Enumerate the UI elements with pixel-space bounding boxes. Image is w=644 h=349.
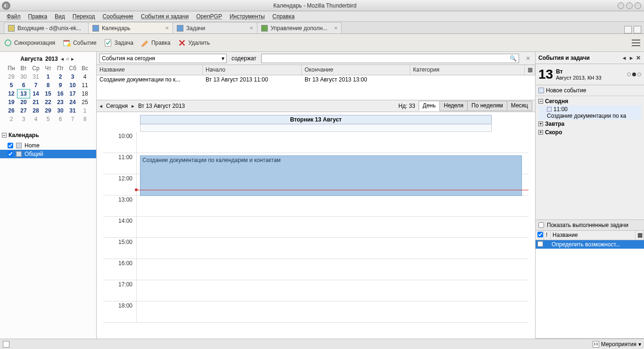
minimize-button[interactable] (618, 2, 624, 9)
minical-day[interactable]: 12 (5, 89, 17, 98)
view-tab[interactable]: Неделя (439, 101, 468, 111)
minical-day[interactable]: 7 (30, 81, 42, 89)
new-event-button[interactable]: Событие (63, 39, 97, 47)
rp-prev-icon[interactable]: ◂ (621, 55, 627, 61)
event-row[interactable]: Создание документации по к...Вт 13 Авгус… (97, 75, 535, 86)
minical-day[interactable]: 9 (54, 81, 66, 89)
minical-day[interactable]: 2 (54, 73, 66, 81)
minical-day[interactable]: 26 (5, 106, 17, 115)
columns-config-icon[interactable]: ▦ (525, 65, 535, 75)
rp-close-icon[interactable]: ✕ (636, 55, 641, 61)
calendar-checkbox[interactable] (8, 151, 13, 157)
hour-cell[interactable] (136, 132, 528, 153)
new-event-row[interactable]: Новое событие (536, 85, 644, 96)
search-icon[interactable]: 🔍 (508, 55, 519, 62)
tab[interactable]: Управление дополн...× (257, 22, 342, 33)
today-button[interactable]: Сегодня (106, 103, 128, 109)
menu-item[interactable]: Вид (55, 13, 65, 20)
minical-day[interactable]: 25 (79, 98, 91, 106)
minical-day[interactable]: 14 (30, 89, 42, 98)
minical-day[interactable]: 13 (17, 89, 30, 98)
calendar-list-item[interactable]: Общий (0, 150, 96, 158)
calendar-pane-icon[interactable] (624, 26, 632, 33)
minical-day[interactable]: 8 (79, 115, 91, 123)
view-tab[interactable]: День (419, 101, 440, 111)
chevron-down-icon[interactable]: ▾ (638, 341, 641, 348)
minical-day[interactable]: 31 (30, 73, 42, 81)
minical-day[interactable]: 1 (79, 106, 91, 115)
menu-item[interactable]: Файл (7, 13, 21, 20)
close-button[interactable] (635, 2, 641, 9)
menu-item[interactable]: Справка (272, 13, 295, 20)
tab[interactable]: Входящие - d@unix-ek... (4, 22, 89, 33)
maximize-button[interactable] (626, 2, 633, 9)
menu-item[interactable]: Сообщение (102, 13, 133, 20)
minical-day[interactable]: 8 (42, 81, 54, 89)
minical-day[interactable]: 22 (42, 98, 54, 106)
tab-close-icon[interactable]: × (334, 24, 338, 32)
minical-day[interactable]: 28 (30, 106, 42, 115)
mini-calendar[interactable]: ПнВтСрЧтПтСбВс 2930311234567891011121314… (5, 64, 91, 123)
minical-day[interactable]: 5 (42, 115, 54, 123)
task-row[interactable]: Определить возможност... (536, 240, 644, 249)
minical-day[interactable]: 15 (42, 89, 54, 98)
today-event-item[interactable]: 11:00 Создание документации по ка (538, 106, 641, 120)
task-config-icon[interactable]: ▦ (636, 231, 644, 240)
hour-cell[interactable] (136, 259, 528, 280)
minical-day[interactable]: 6 (54, 115, 66, 123)
search-input[interactable] (262, 55, 508, 62)
minical-day[interactable]: 3 (66, 73, 79, 81)
minical-day[interactable]: 29 (5, 73, 17, 81)
task-checkbox[interactable] (537, 241, 543, 247)
menu-item[interactable]: Инструменты (230, 13, 265, 20)
minical-next-icon[interactable]: ▸ (71, 56, 76, 62)
dot-next-icon[interactable] (637, 73, 641, 76)
sync-button[interactable]: Синхронизация (4, 39, 55, 47)
show-done-checkbox[interactable] (538, 222, 544, 228)
hour-cell[interactable] (136, 217, 528, 237)
col-start[interactable]: Начало (203, 65, 302, 75)
minical-day[interactable]: 20 (17, 98, 30, 106)
tab-close-icon[interactable]: × (249, 24, 253, 32)
minical-day[interactable]: 16 (54, 89, 66, 98)
col-name[interactable]: Название (97, 65, 203, 75)
menu-item[interactable]: OpenPGP (196, 13, 222, 20)
minical-month[interactable]: Августа (20, 56, 42, 62)
delete-button[interactable]: Удалить (178, 39, 210, 47)
new-task-button[interactable]: Задача (104, 39, 133, 47)
task-name-col[interactable]: Название (551, 231, 636, 240)
minical-day[interactable]: 23 (54, 98, 66, 106)
tasks-pane-icon[interactable] (634, 26, 641, 33)
filter-search-input[interactable]: 🔍 (261, 54, 519, 63)
prev-day-icon[interactable]: ◂ (99, 103, 102, 109)
minical-day[interactable]: 27 (17, 106, 30, 115)
minical-day[interactable]: 24 (66, 98, 79, 106)
tab-close-icon[interactable]: × (165, 24, 169, 32)
minical-day[interactable]: 1 (42, 73, 54, 81)
view-tab[interactable]: По неделям (467, 101, 507, 111)
minical-day[interactable]: 6 (17, 81, 30, 89)
minical-day[interactable]: 3 (17, 115, 30, 123)
soon-section-header[interactable]: + Скоро (538, 128, 641, 137)
next-day-icon[interactable]: ▸ (132, 103, 134, 109)
col-end[interactable]: Окончание (302, 65, 410, 75)
menu-item[interactable]: Переход (73, 13, 95, 20)
today-section-header[interactable]: − Сегодня (538, 97, 641, 106)
calendar-list-header[interactable]: − Календарь (0, 129, 96, 141)
status-events-label[interactable]: Мероприятия (601, 341, 636, 348)
rp-next-icon[interactable]: ▸ (628, 55, 634, 61)
minical-day[interactable]: 31 (66, 106, 79, 115)
tab[interactable]: Календарь× (88, 22, 173, 33)
minical-day[interactable]: 18 (79, 89, 91, 98)
hour-cell[interactable] (136, 280, 528, 301)
minus-icon[interactable]: − (2, 133, 7, 138)
status-left-icon[interactable] (3, 341, 9, 348)
filter-dropdown[interactable]: События на сегодня ▾ (99, 54, 227, 63)
menu-icon[interactable] (632, 40, 640, 46)
calendar-list-item[interactable]: Home (0, 141, 96, 150)
minical-day[interactable]: 29 (42, 106, 54, 115)
calendar-checkbox[interactable] (8, 143, 13, 148)
tomorrow-section-header[interactable]: + Завтра (538, 120, 641, 128)
minical-day[interactable]: 19 (5, 98, 17, 106)
task-priority-col[interactable]: ! (544, 231, 551, 240)
